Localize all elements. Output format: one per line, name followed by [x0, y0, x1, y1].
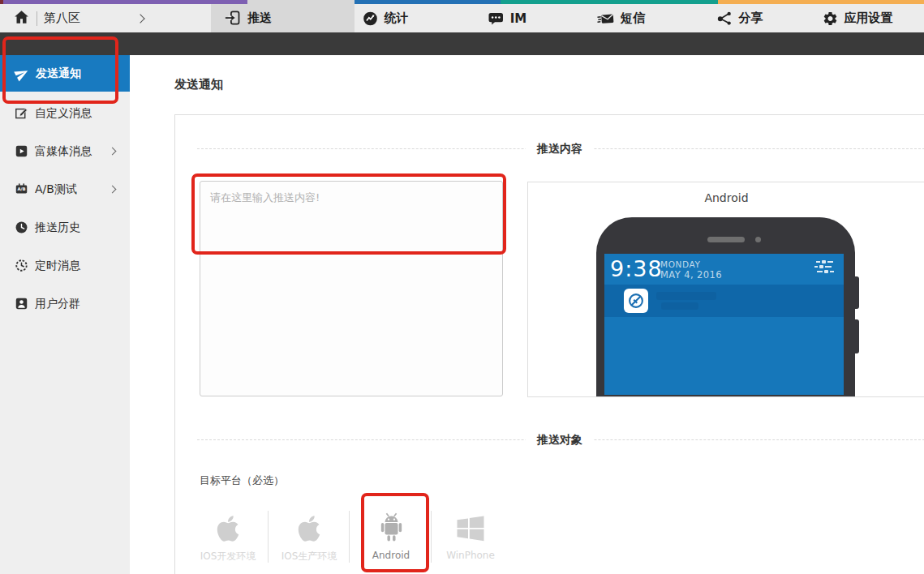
phone-mockup: 9:38 MONDAY MAY 4, 2016 [596, 217, 855, 397]
platform-ios-dev[interactable]: IOS开发环境 [191, 504, 265, 563]
platform-ios-prod[interactable]: IOS生产环境 [272, 504, 346, 563]
target-platform-group-label: 目标平台（必选） [200, 473, 284, 488]
platform-label: WinPhone [433, 550, 508, 561]
tab-sms[interactable]: 短信 [596, 4, 645, 32]
lockscreen-day: MONDAY [660, 259, 700, 269]
chevron-right-icon [135, 14, 144, 23]
preview-platform-title: Android [528, 191, 924, 204]
sidebar-item-rich-media[interactable]: 富媒体消息 [0, 132, 130, 170]
platform-android[interactable]: Android [354, 504, 428, 561]
platform-divider [268, 511, 269, 563]
sidebar-item-scheduled-message[interactable]: 定时消息 [0, 246, 130, 285]
apple-icon [191, 504, 265, 543]
section-divider-target: 推送对象 [197, 439, 924, 440]
sidebar-item-custom-message[interactable]: 自定义消息 [0, 94, 130, 132]
phone-camera-dot [755, 237, 761, 242]
notification-ghost-text [656, 292, 716, 300]
chevron-right-icon [109, 148, 117, 156]
section-label-push-content: 推送内容 [526, 142, 594, 156]
platform-divider [349, 511, 350, 563]
lockscreen-date: MAY 4, 2016 [660, 269, 722, 281]
notification-ghost-text [661, 302, 698, 310]
apple-icon [272, 504, 346, 543]
share-icon [717, 10, 733, 27]
phone-speaker [707, 237, 745, 242]
lockscreen-time: 9:38 [610, 256, 663, 281]
platform-divider [431, 511, 432, 563]
platform-label: IOS开发环境 [191, 550, 265, 563]
tab-app-settings[interactable]: 应用设置 [823, 4, 893, 32]
sliders-settings-icon [816, 260, 836, 275]
section-label-push-target: 推送对象 [526, 433, 594, 448]
top-nav-bar: 第八区 推送 统计 [0, 4, 924, 32]
push-content-input[interactable] [200, 181, 503, 396]
notification-banner [604, 285, 844, 317]
chat-bubble-icon [488, 11, 505, 27]
page-title: 发送通知 [174, 77, 223, 92]
home-icon [13, 9, 30, 28]
sidebar: 发送通知 自定义消息 富媒体消息 [0, 55, 130, 574]
secondary-dark-bar [0, 32, 924, 55]
gear-icon [823, 11, 839, 27]
phone-side-button [853, 319, 859, 353]
section-divider-content: 推送内容 [197, 148, 924, 149]
sidebar-item-user-segments[interactable]: 用户分群 [0, 285, 130, 323]
current-app-name: 第八区 [44, 11, 80, 26]
sidebar-item-send-notification[interactable]: 发送通知 [0, 55, 130, 92]
push-icon [225, 10, 242, 27]
svg-text:A/B: A/B [17, 186, 25, 191]
platform-label: Android [354, 550, 428, 561]
nav-separator [37, 11, 37, 26]
app-logo-icon [624, 289, 648, 313]
chevron-right-icon [109, 186, 117, 194]
tab-im[interactable]: IM [488, 4, 527, 32]
sidebar-item-push-history[interactable]: 推送历史 [0, 208, 130, 246]
app-selector[interactable]: 第八区 [13, 4, 144, 32]
phone-side-button [853, 276, 859, 309]
phone-screen: 9:38 MONDAY MAY 4, 2016 [604, 254, 844, 395]
platform-winphone[interactable]: WinPhone [433, 504, 508, 561]
play-icon [15, 144, 28, 158]
tab-statistics[interactable]: 统计 [363, 4, 409, 32]
tab-share[interactable]: 分享 [717, 4, 763, 32]
paper-plane-icon [15, 66, 29, 81]
app-window: 第八区 推送 统计 [0, 0, 924, 574]
sidebar-item-ab-test[interactable]: A/B A/B测试 [0, 170, 130, 208]
user-icon [15, 297, 28, 311]
platform-label: IOS生产环境 [272, 550, 346, 563]
ab-test-icon: A/B [15, 182, 28, 196]
edit-icon [15, 106, 28, 120]
clock-icon [15, 221, 28, 234]
windows-icon [433, 504, 508, 543]
timer-clock-icon [15, 259, 28, 272]
android-robot-icon [354, 504, 428, 543]
android-preview-panel: Android 9:38 MONDAY MAY 4, 2016 [527, 182, 924, 397]
stats-icon [363, 11, 379, 27]
sms-envelope-icon [596, 11, 615, 27]
tab-push[interactable]: 推送 [225, 4, 272, 32]
